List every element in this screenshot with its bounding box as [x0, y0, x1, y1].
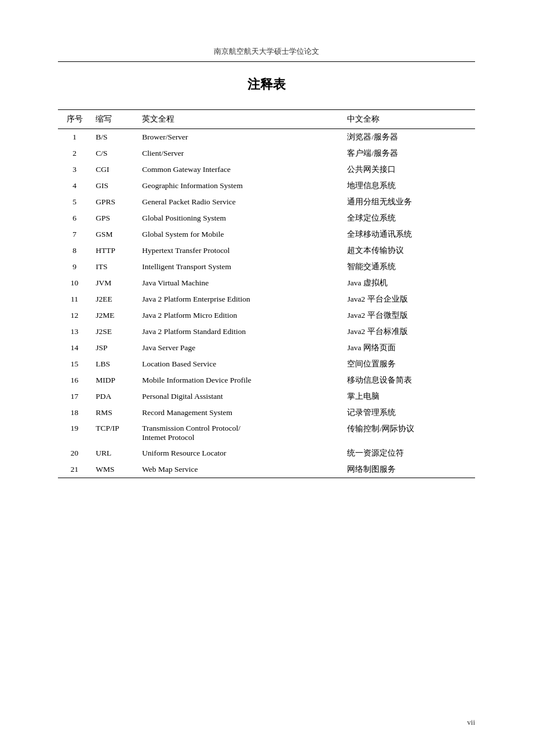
cell-zh: Java 虚拟机 — [342, 275, 475, 291]
col-header-num: 序号 — [58, 110, 91, 129]
cell-abbr: GSM — [91, 226, 137, 243]
cell-abbr: HTTP — [91, 243, 137, 259]
cell-en: Location Based Service — [137, 356, 342, 372]
table-row: 6GPSGlobal Positioning System全球定位系统 — [58, 210, 475, 226]
cell-zh: Java2 平台标准版 — [342, 324, 475, 340]
table-row: 12J2MEJava 2 Platform Micro EditionJava2… — [58, 307, 475, 324]
cell-abbr: URL — [91, 445, 137, 461]
table-container: 序号 缩写 英文全程 中文全称 1B/SBrower/Server浏览器/服务器… — [58, 109, 475, 478]
cell-en: Record Management System — [137, 405, 342, 421]
cell-zh: 空间位置服务 — [342, 356, 475, 372]
cell-en: General Packet Radio Service — [137, 194, 342, 210]
col-header-abbr: 缩写 — [91, 110, 137, 129]
cell-abbr: JSP — [91, 340, 137, 356]
col-header-zh: 中文全称 — [342, 110, 475, 129]
cell-zh: 超文本传输协议 — [342, 243, 475, 259]
cell-en: Mobile Information Device Profile — [137, 372, 342, 388]
cell-num: 3 — [58, 162, 91, 178]
cell-abbr: LBS — [91, 356, 137, 372]
table-row: 2C/SClient/Server客户端/服务器 — [58, 145, 475, 162]
cell-num: 8 — [58, 243, 91, 259]
table-row: 15LBSLocation Based Service空间位置服务 — [58, 356, 475, 372]
cell-en: Brower/Server — [137, 129, 342, 146]
cell-num: 6 — [58, 210, 91, 226]
cell-abbr: RMS — [91, 405, 137, 421]
table-row: 13J2SEJava 2 Platform Standard EditionJa… — [58, 324, 475, 340]
table-row: 18RMSRecord Management System记录管理系统 — [58, 405, 475, 421]
page-title: 注释表 — [58, 76, 475, 93]
cell-num: 2 — [58, 145, 91, 162]
cell-zh: Java2 平台微型版 — [342, 307, 475, 324]
cell-zh: 全球移动通讯系统 — [342, 226, 475, 243]
cell-zh: 地理信息系统 — [342, 178, 475, 194]
cell-num: 19 — [58, 421, 91, 445]
cell-en: Geographic Information System — [137, 178, 342, 194]
table-row: 3CGICommon Gateway Interface公共网关接口 — [58, 162, 475, 178]
cell-en: Java 2 Platform Standard Edition — [137, 324, 342, 340]
table-header-row: 序号 缩写 英文全程 中文全称 — [58, 110, 475, 129]
cell-en: Hypertext Transfer Protocol — [137, 243, 342, 259]
header-institution: 南京航空航天大学硕士学位论文 — [58, 46, 475, 62]
cell-num: 14 — [58, 340, 91, 356]
table-row: 10JVMJava Virtual MachineJava 虚拟机 — [58, 275, 475, 291]
cell-en: Common Gateway Interface — [137, 162, 342, 178]
cell-abbr: B/S — [91, 129, 137, 146]
cell-zh: Java 网络页面 — [342, 340, 475, 356]
cell-zh: 浏览器/服务器 — [342, 129, 475, 146]
cell-num: 17 — [58, 388, 91, 405]
cell-abbr: TCP/IP — [91, 421, 137, 445]
table-row: 1B/SBrower/Server浏览器/服务器 — [58, 129, 475, 146]
cell-num: 20 — [58, 445, 91, 461]
cell-num: 10 — [58, 275, 91, 291]
cell-en: Intelligent Transport System — [137, 259, 342, 275]
cell-zh: 客户端/服务器 — [342, 145, 475, 162]
table-row: 16MIDPMobile Information Device Profile移… — [58, 372, 475, 388]
cell-en: Java Virtual Machine — [137, 275, 342, 291]
cell-num: 13 — [58, 324, 91, 340]
cell-en: Personal Digital Assistant — [137, 388, 342, 405]
cell-abbr: GPS — [91, 210, 137, 226]
cell-zh: 通用分组无线业务 — [342, 194, 475, 210]
table-row: 9ITSIntelligent Transport System智能交通系统 — [58, 259, 475, 275]
cell-num: 18 — [58, 405, 91, 421]
table-row: 4GISGeographic Information System地理信息系统 — [58, 178, 475, 194]
cell-num: 21 — [58, 461, 91, 478]
cell-en: Uniform Resource Locator — [137, 445, 342, 461]
cell-num: 4 — [58, 178, 91, 194]
table-row: 21WMSWeb Map Service网络制图服务 — [58, 461, 475, 478]
cell-zh: 统一资源定位符 — [342, 445, 475, 461]
cell-zh: Java2 平台企业版 — [342, 291, 475, 307]
cell-abbr: WMS — [91, 461, 137, 478]
cell-abbr: J2EE — [91, 291, 137, 307]
cell-num: 16 — [58, 372, 91, 388]
cell-abbr: ITS — [91, 259, 137, 275]
col-header-en: 英文全程 — [137, 110, 342, 129]
cell-zh: 公共网关接口 — [342, 162, 475, 178]
cell-en: Java 2 Platform Micro Edition — [137, 307, 342, 324]
table-row: 11J2EEJava 2 Platform Enterprise Edition… — [58, 291, 475, 307]
cell-zh: 传输控制/网际协议 — [342, 421, 475, 445]
cell-en: Java Server Page — [137, 340, 342, 356]
cell-num: 7 — [58, 226, 91, 243]
table-row: 20URLUniform Resource Locator统一资源定位符 — [58, 445, 475, 461]
cell-en: Java 2 Platform Enterprise Edition — [137, 291, 342, 307]
table-row: 7GSMGlobal System for Mobile全球移动通讯系统 — [58, 226, 475, 243]
cell-num: 5 — [58, 194, 91, 210]
cell-abbr: PDA — [91, 388, 137, 405]
cell-abbr: GIS — [91, 178, 137, 194]
cell-en: Global Positioning System — [137, 210, 342, 226]
cell-zh: 智能交通系统 — [342, 259, 475, 275]
table-row: 8HTTPHypertext Transfer Protocol超文本传输协议 — [58, 243, 475, 259]
cell-abbr: JVM — [91, 275, 137, 291]
table-row: 19TCP/IPTransmission Control Protocol/In… — [58, 421, 475, 445]
cell-en: Web Map Service — [137, 461, 342, 478]
cell-zh: 全球定位系统 — [342, 210, 475, 226]
cell-en: Client/Server — [137, 145, 342, 162]
abbreviation-table: 序号 缩写 英文全程 中文全称 1B/SBrower/Server浏览器/服务器… — [58, 109, 475, 478]
cell-num: 11 — [58, 291, 91, 307]
cell-num: 9 — [58, 259, 91, 275]
cell-abbr: J2SE — [91, 324, 137, 340]
cell-zh: 网络制图服务 — [342, 461, 475, 478]
page-footer: vii — [467, 718, 475, 727]
page: 南京航空航天大学硕士学位论文 注释表 序号 缩写 英文全程 中文全称 1B/SB… — [0, 0, 533, 756]
